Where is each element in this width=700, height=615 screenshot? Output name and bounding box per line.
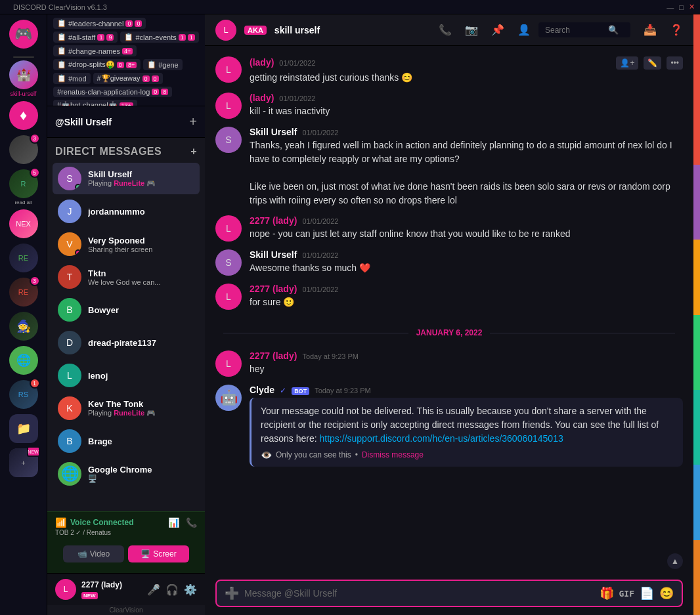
date-divider-jan6: JANUARY 6, 2022	[215, 328, 683, 337]
gif-icon[interactable]: GIF	[619, 589, 634, 599]
close-btn[interactable]: ✕	[689, 3, 695, 11]
maximize-btn[interactable]: □	[679, 3, 684, 11]
clyde-link[interactable]: https://support.discord.com/hc/en-us/art…	[320, 433, 563, 444]
pin-icon[interactable]: 📌	[491, 24, 504, 36]
msg-text-forsure: for sure 🙂	[250, 295, 683, 309]
voice-connected-title: 📶 Voice Connected 📊 📞	[55, 517, 197, 528]
settings-icon[interactable]: ⚙️	[184, 583, 197, 596]
channel-giveaway[interactable]: #🏆giveaway00	[93, 73, 163, 84]
dm-name-dread-pirate: dread-pirate1137	[88, 338, 194, 348]
dm-item-very-spooned[interactable]: V Very Spooned Sharing their screen	[53, 228, 200, 260]
dm-item-lenoj[interactable]: L lenoj	[53, 360, 200, 391]
help-icon[interactable]: ❓	[670, 24, 683, 36]
add-reaction-btn[interactable]: 👤+	[616, 56, 638, 70]
dm-name-jordannummo: jordannummo	[88, 207, 194, 217]
dm-name-lenoj: lenoj	[88, 371, 194, 381]
dm-item-dread-pirate[interactable]: D dread-pirate1137	[53, 327, 200, 358]
add-attachment-icon[interactable]: ➕	[225, 586, 239, 601]
search-box[interactable]: 🔍	[538, 22, 630, 37]
video-button[interactable]: 📹 Video	[63, 545, 124, 562]
channel-all-staff[interactable]: 📋#all-staff19	[53, 32, 118, 43]
dismiss-button[interactable]: Dismiss message	[362, 450, 424, 459]
channel-bot[interactable]: #🤖bot-channel🤖13+	[53, 100, 137, 106]
server-icon-9[interactable]: 🌐	[9, 346, 38, 375]
more-btn[interactable]: •••	[667, 56, 683, 70]
footer-brand: ClearVision	[47, 605, 205, 615]
dm-add-button[interactable]: +	[189, 114, 197, 129]
dm-item-tktn[interactable]: T Tktn We love God we can...	[53, 261, 200, 293]
channel-change-names[interactable]: 📋#change-names4+	[53, 45, 137, 56]
clyde-note: 👁️ Only you can see this • Dismiss messa…	[261, 450, 674, 460]
video-call-icon[interactable]: 📷	[465, 24, 478, 36]
new-badge: NEW	[81, 592, 98, 599]
msg-time-inactivity: 01/01/2022	[279, 95, 315, 102]
minimize-btn[interactable]: —	[667, 3, 674, 11]
server-icon-2[interactable]: ♦	[9, 101, 38, 130]
channel-renatus-app[interactable]: #renatus-clan-application-log08	[53, 87, 172, 97]
msg-content-awesome: Skill Urself 01/01/2022 Awesome thanks s…	[250, 249, 683, 276]
title-text: DISCORD ClearVision v6.1.3	[13, 3, 107, 11]
user-footer-icons: 🎤 🎧 ⚙️	[147, 583, 197, 596]
dm-status-skill-urself: Playing RuneLite 🎮	[88, 179, 194, 188]
server-icon-5[interactable]: NEX	[9, 209, 38, 238]
msg-group-skill-awesome: S Skill Urself 01/01/2022 Awesome thanks…	[215, 249, 683, 276]
add-member-icon[interactable]: 👤	[517, 24, 531, 36]
bot-badge: BOT	[292, 387, 309, 395]
gift-icon[interactable]: 🎁	[600, 586, 614, 601]
msg-author-lady4: 2277 (lady)	[250, 284, 297, 294]
msg-content-skill-1: Skill Urself 01/01/2022 Thanks, yeah I f…	[250, 127, 683, 207]
dm-info-brage: Brage	[88, 436, 194, 446]
emoji-icon[interactable]: 😊	[659, 586, 674, 601]
channel-mod[interactable]: 📋#mod	[53, 73, 91, 84]
screen-share-indicator	[75, 249, 81, 256]
user-footer: L 2277 (lady) NEW 🎤 🎧 ⚙️	[47, 573, 205, 605]
msg-time-nope: 01/01/2022	[302, 217, 338, 225]
user-footer-avatar: L	[55, 579, 76, 600]
dm-section-add[interactable]: +	[190, 146, 197, 158]
dm-current-user: @Skill Urself	[55, 117, 112, 127]
voice-control-icon1[interactable]: 📊	[168, 517, 179, 528]
voice-control-icon2[interactable]: 📞	[186, 517, 197, 528]
headphone-icon[interactable]: 🎧	[165, 583, 179, 596]
channel-clan-events[interactable]: 📋#clan-events11	[120, 32, 198, 43]
dm-avatar-tktn: T	[58, 265, 81, 289]
msg-author-lady5: 2277 (lady)	[250, 350, 297, 361]
msg-time-skill-1: 01/01/2022	[302, 129, 338, 137]
server-sidebar: 🎮 🏰 skill-urself ♦ 3 R 5 read all NEX RE	[0, 14, 47, 615]
channel-leaders[interactable]: 📋#leaders-channel00	[53, 18, 146, 29]
message-input[interactable]	[244, 588, 594, 599]
msg-header-awesome: Skill Urself 01/01/2022	[250, 249, 683, 260]
dm-avatar-brage: B	[58, 429, 81, 453]
dm-name-bowyer: Bowyer	[88, 305, 194, 315]
screen-button[interactable]: 🖥️ Screer	[128, 545, 189, 562]
msg-group-lady-nope: L 2277 (lady) 01/01/2022 nope - you can …	[215, 215, 683, 242]
server-icon-6[interactable]: RE	[9, 244, 38, 272]
mic-icon[interactable]: 🎤	[147, 583, 160, 596]
dm-item-brage[interactable]: B Brage	[53, 425, 200, 457]
action-buttons: 📹 Video 🖥️ Screer	[55, 540, 197, 568]
server-icon-1[interactable]: 🏰	[9, 60, 38, 89]
dm-list: S Skill Urself Playing RuneLite 🎮 J jord…	[47, 160, 205, 511]
msg-time-awesome: 01/01/2022	[302, 251, 338, 259]
server-icon-8[interactable]: 🧙	[9, 312, 38, 341]
channel-gene[interactable]: 📋#gene	[143, 59, 183, 70]
dm-item-bowyer[interactable]: B Bowyer	[53, 294, 200, 326]
dm-item-kev-tonk[interactable]: K Kev The Tonk Playing RuneLite 🎮	[53, 392, 200, 424]
msg-group-clyde: 🤖 Clyde ✓ BOT Today at 9:23 PM Your mess…	[215, 385, 683, 469]
dm-item-google-chrome[interactable]: 🌐 Google Chrome 🖥️	[53, 458, 200, 490]
dm-item-skill-urself[interactable]: S Skill Urself Playing RuneLite 🎮	[53, 163, 200, 194]
edit-btn[interactable]: ✏️	[644, 56, 661, 70]
collapse-button[interactable]: ▲	[667, 553, 683, 569]
discord-icon[interactable]: 🎮	[9, 20, 38, 49]
voice-bar: 📶 Voice Connected 📊 📞 TOB 2 ✓ / Renatus …	[47, 511, 205, 573]
inbox-icon[interactable]: 📥	[644, 24, 657, 36]
search-input[interactable]	[545, 26, 604, 35]
dm-name-very-spooned: Very Spooned	[88, 236, 194, 245]
server-icon-folder[interactable]: 📁	[9, 414, 38, 443]
dm-info-bowyer: Bowyer	[88, 305, 194, 315]
phone-icon[interactable]: 📞	[439, 24, 452, 36]
channel-drop-splits[interactable]: 📋#drop-splits🤑08+	[53, 59, 141, 70]
sticker-icon[interactable]: 📄	[640, 586, 654, 601]
dm-section-label: DIRECT MESSAGES	[55, 146, 162, 158]
dm-item-jordannummo[interactable]: J jordannummo	[53, 196, 200, 227]
